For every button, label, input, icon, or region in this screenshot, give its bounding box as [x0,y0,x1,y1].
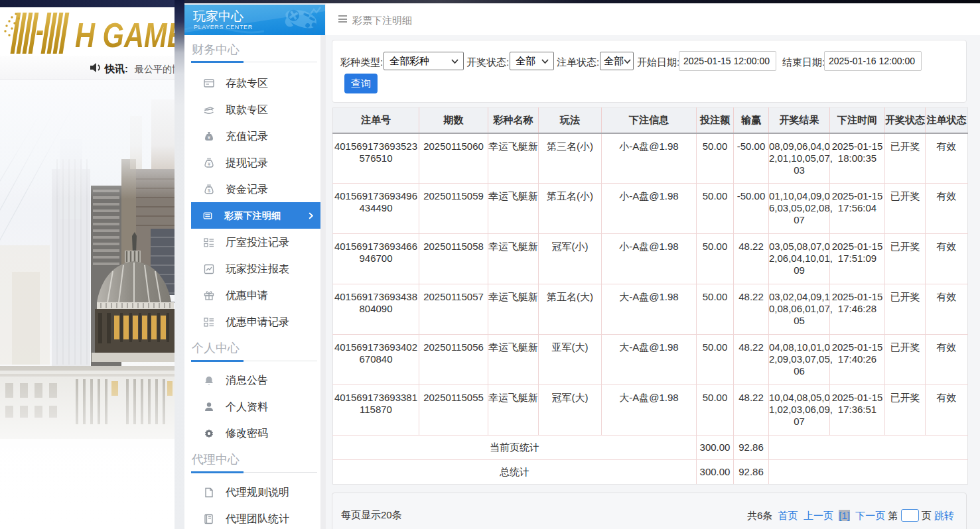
svg-text:$: $ [208,188,211,194]
svg-text:¥: ¥ [208,161,211,167]
svg-text:¥: ¥ [208,135,210,140]
